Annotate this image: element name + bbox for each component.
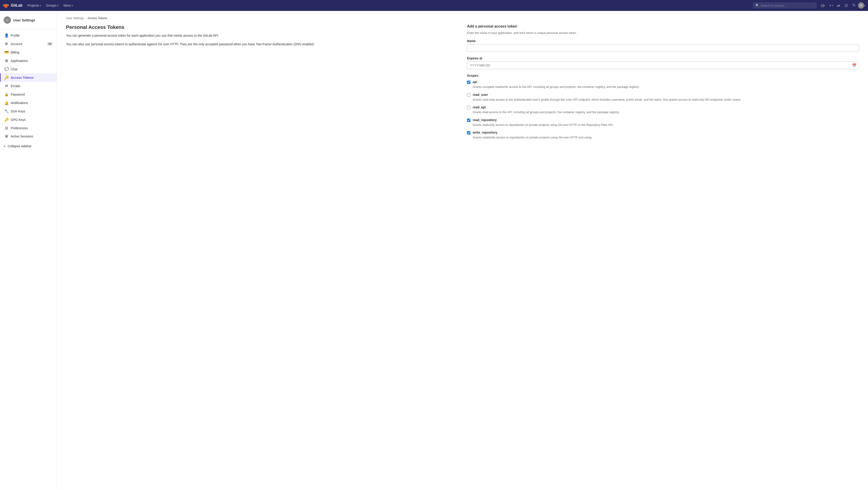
scope-read-api-row: read_api <box>467 106 859 109</box>
scope-read-api-desc: Grants read access to the API, including… <box>467 110 859 115</box>
scope-read-api-checkbox[interactable] <box>467 106 470 109</box>
password-icon: 🔒 <box>4 92 8 96</box>
right-column: Add a personal access token Enter the na… <box>467 24 859 144</box>
date-input-wrap: 📅 <box>467 61 859 69</box>
user-caret: ▾ <box>864 4 865 7</box>
description-2: You can also use personal access tokens … <box>66 42 458 47</box>
projects-caret: ▾ <box>40 4 41 7</box>
scope-write-repository-label: write_repository <box>473 131 497 134</box>
gitlab-logo-text: GitLab <box>11 3 23 7</box>
scope-write-repository: write_repository Grants read/write acces… <box>467 131 859 140</box>
groups-caret: ▾ <box>57 4 58 7</box>
form-subtitle: Enter the name of your application, and … <box>467 31 859 35</box>
sidebar-item-access-tokens[interactable]: 🔑 Access Tokens <box>0 73 57 82</box>
scope-read-api-label: read_api <box>473 106 486 109</box>
sidebar-item-billing[interactable]: 💳 Billing <box>0 48 57 56</box>
search-bar[interactable]: 🔍 / <box>753 2 816 8</box>
scope-write-repository-row: write_repository <box>467 131 859 135</box>
gitlab-logo[interactable]: GitLab <box>3 2 23 9</box>
sidebar-item-emails[interactable]: ✉ Emails <box>0 82 57 90</box>
sidebar-item-ssh-keys[interactable]: 🔧 SSH Keys <box>0 107 57 115</box>
collapse-icon: « <box>4 144 5 148</box>
create-new-btn[interactable]: ＋ ▾ <box>827 2 834 9</box>
breadcrumb-parent[interactable]: User Settings <box>66 17 84 20</box>
search-input[interactable] <box>761 4 812 7</box>
preferences-icon: ⊟ <box>4 126 8 130</box>
terminal-icon: ⊡ <box>821 3 824 8</box>
active-sessions-icon: 🖥 <box>4 134 8 138</box>
user-menu-btn[interactable]: U ▾ <box>858 2 865 9</box>
gpg-keys-icon: 🔑 <box>4 117 8 122</box>
name-label: Name <box>467 39 859 43</box>
scope-read-user-row: read_user <box>467 93 859 97</box>
expires-field-group: Expires at 📅 <box>467 56 859 69</box>
billing-icon: 💳 <box>4 50 8 54</box>
breadcrumb-current: Access Tokens <box>87 17 107 20</box>
help-caret: ▾ <box>854 4 856 7</box>
applications-icon: ⊞ <box>4 58 8 63</box>
scope-read-user-desc: Grants read-only access to the authentic… <box>467 97 859 102</box>
scope-read-repository: read_repository Grants read-only access … <box>467 118 859 127</box>
scope-api-desc: Grants complete read/write access to the… <box>467 85 859 89</box>
content-grid: Personal Access Tokens You can generate … <box>66 24 859 144</box>
sidebar-item-notifications[interactable]: 🔔 Notifications <box>0 98 57 107</box>
sidebar-item-preferences[interactable]: ⊟ Preferences <box>0 124 57 132</box>
profile-icon: 👤 <box>4 33 8 37</box>
scope-write-repository-checkbox[interactable] <box>467 131 470 135</box>
expires-input[interactable] <box>467 61 859 69</box>
collapse-sidebar-btn[interactable]: « Collapse sidebar <box>0 142 57 150</box>
scope-write-repository-desc: Grants read/write access to repositories… <box>467 135 859 140</box>
main-content: User Settings › Access Tokens Personal A… <box>57 11 868 491</box>
page-layout: U User Settings 👤 Profile ⚙ Account 89 💳… <box>0 11 868 491</box>
create-caret: ▾ <box>832 4 833 7</box>
left-column: Personal Access Tokens You can generate … <box>66 24 458 144</box>
plus-icon: ＋ <box>829 3 832 8</box>
help-btn[interactable]: ? ▾ <box>850 2 858 9</box>
calendar-icon[interactable]: 📅 <box>852 63 857 67</box>
description-1: You can generate a personal access token… <box>66 33 458 38</box>
scope-read-repository-label: read_repository <box>473 118 497 122</box>
notifications-icon: 🔔 <box>4 100 8 105</box>
sidebar-item-active-sessions[interactable]: 🖥 Active Sessions <box>0 132 57 140</box>
terminal-icon-btn[interactable]: ⊡ ▾ <box>819 2 827 9</box>
sidebar-title: User Settings <box>13 18 35 22</box>
sidebar-item-chat[interactable]: 💬 Chat <box>0 65 57 73</box>
scope-api-checkbox[interactable] <box>467 81 470 84</box>
breadcrumb-separator: › <box>85 17 86 20</box>
sidebar: U User Settings 👤 Profile ⚙ Account 89 💳… <box>0 11 57 491</box>
chat-icon: 💬 <box>4 67 8 71</box>
form-section-title: Add a personal access token <box>467 24 859 28</box>
sidebar-avatar: U <box>4 17 11 24</box>
sidebar-item-profile[interactable]: 👤 Profile <box>0 31 57 39</box>
issues-btn[interactable]: ☑ <box>842 2 850 9</box>
sidebar-item-applications[interactable]: ⊞ Applications <box>0 56 57 65</box>
terminal-caret: ▾ <box>824 4 825 7</box>
merge-requests-btn[interactable]: ⇄ <box>835 2 842 9</box>
account-icon: ⚙ <box>4 42 8 46</box>
sidebar-item-account[interactable]: ⚙ Account 89 <box>0 39 57 48</box>
sidebar-nav-list: 👤 Profile ⚙ Account 89 💳 Billing ⊞ Appli… <box>0 31 57 140</box>
search-kbd: / <box>813 4 814 7</box>
sidebar-item-password[interactable]: 🔒 Password <box>0 90 57 98</box>
scope-read-repository-desc: Grants read-only access to repositories … <box>467 123 859 127</box>
page-title: Personal Access Tokens <box>66 24 458 30</box>
sidebar-header: U User Settings <box>0 15 57 27</box>
topnav-icon-bar: ⊡ ▾ ＋ ▾ ⇄ ☑ ? ▾ U ▾ <box>819 2 865 9</box>
help-icon: ? <box>852 3 854 7</box>
expires-label: Expires at <box>467 56 859 60</box>
scope-read-repository-checkbox[interactable] <box>467 119 470 122</box>
ssh-keys-icon: 🔧 <box>4 109 8 113</box>
breadcrumb: User Settings › Access Tokens <box>66 17 859 20</box>
more-caret: ▾ <box>72 4 73 7</box>
topnav-groups[interactable]: Groups ▾ <box>44 2 61 9</box>
merge-icon: ⇄ <box>837 3 840 8</box>
topnav-projects[interactable]: Projects ▾ <box>25 2 43 9</box>
scope-read-repository-row: read_repository <box>467 118 859 122</box>
name-input[interactable] <box>467 44 859 52</box>
sidebar-item-gpg-keys[interactable]: 🔑 GPG Keys <box>0 115 57 124</box>
user-avatar: U <box>858 2 864 9</box>
scope-api-label: api <box>473 80 477 84</box>
topnav-more[interactable]: More ▾ <box>61 2 75 9</box>
scopes-group: Scopes api Grants complete read/write ac… <box>467 74 859 140</box>
scope-read-user-checkbox[interactable] <box>467 93 470 97</box>
